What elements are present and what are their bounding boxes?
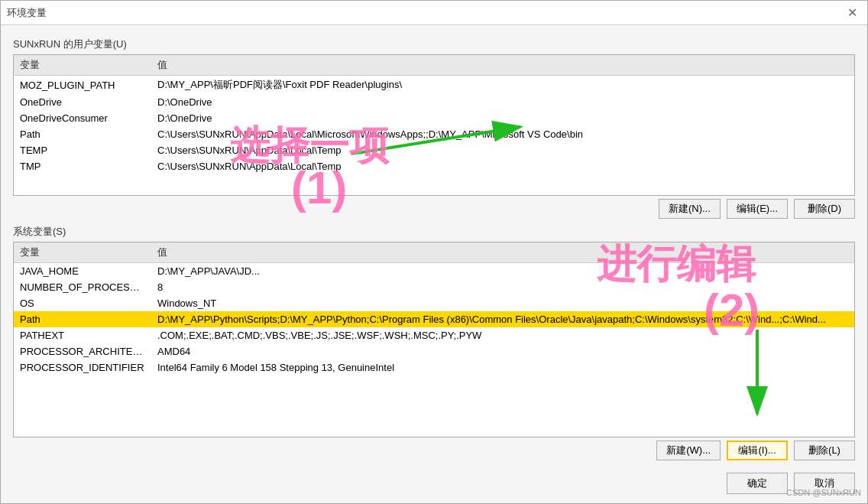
table-row[interactable]: NUMBER_OF_PROCESSORS8 bbox=[14, 279, 854, 295]
var-cell: PATHEXT bbox=[14, 327, 151, 343]
var-cell: MOZ_PLUGIN_PATH bbox=[14, 76, 151, 95]
user-new-button[interactable]: 新建(N)... bbox=[659, 199, 721, 219]
sys-variables-table-container: 变量 值 JAVA_HOMED:\MY_APP\JAVA\JD...NUMBER… bbox=[13, 242, 855, 437]
window-title: 环境变量 bbox=[7, 6, 47, 20]
table-row[interactable]: PROCESSOR_IDENTIFIERIntel64 Family 6 Mod… bbox=[14, 359, 854, 376]
var-cell: TMP bbox=[14, 158, 151, 174]
sys-variables-section: 系统变量(S) 变量 值 JAVA_HOMED:\MY_APP\JAVA\JD.… bbox=[13, 225, 855, 460]
val-cell: .COM;.EXE;.BAT;.CMD;.VBS;.VBE;.JS;.JSE;.… bbox=[151, 327, 854, 343]
table-row[interactable]: PathC:\Users\SUNxRUN\AppData\Local\Micro… bbox=[14, 126, 854, 142]
table-row[interactable]: OSWindows_NT bbox=[14, 295, 854, 311]
user-variables-table: 变量 值 MOZ_PLUGIN_PATHD:\MY_APP\福昕PDF阅读器\F… bbox=[14, 55, 854, 174]
user-buttons-row: 新建(N)... 编辑(E)... 删除(D) bbox=[13, 199, 855, 219]
table-row[interactable]: PROCESSOR_ARCHITECT...AMD64 bbox=[14, 343, 854, 359]
val-cell: D:\MY_APP\Python\Scripts;D:\MY_APP\Pytho… bbox=[151, 311, 854, 327]
val-cell: 8 bbox=[151, 279, 854, 295]
var-cell: OneDrive bbox=[14, 94, 151, 110]
var-cell: Path bbox=[14, 126, 151, 142]
user-variables-section: SUNxRUN 的用户变量(U) 变量 值 MOZ_PLUGIN_PATHD:\… bbox=[13, 37, 855, 219]
table-row[interactable]: MOZ_PLUGIN_PATHD:\MY_APP\福昕PDF阅读器\Foxit … bbox=[14, 76, 854, 95]
val-cell: D:\MY_APP\福昕PDF阅读器\Foxit PDF Reader\plug… bbox=[151, 76, 854, 95]
val-cell: D:\MY_APP\JAVA\JD... bbox=[151, 263, 854, 280]
val-cell: D:\OneDrive bbox=[151, 94, 854, 110]
sys-delete-button[interactable]: 删除(L) bbox=[794, 441, 855, 460]
bottom-buttons-row: 确定 取消 bbox=[1, 467, 867, 503]
table-row[interactable]: TMPC:\Users\SUNxRUN\AppData\Local\Temp bbox=[14, 158, 854, 174]
val-cell: C:\Users\SUNxRUN\AppData\Local\Temp bbox=[151, 158, 854, 174]
var-cell: OneDriveConsumer bbox=[14, 110, 151, 126]
table-row[interactable]: PathD:\MY_APP\Python\Scripts;D:\MY_APP\P… bbox=[14, 311, 854, 327]
table-row[interactable]: OneDriveConsumerD:\OneDrive bbox=[14, 110, 854, 126]
val-cell: D:\OneDrive bbox=[151, 110, 854, 126]
val-cell: C:\Users\SUNxRUN\AppData\Local\Temp bbox=[151, 142, 854, 158]
sys-edit-button[interactable]: 编辑(I)... bbox=[727, 441, 788, 460]
sys-buttons-row: 新建(W)... 编辑(I)... 删除(L) bbox=[13, 441, 855, 460]
user-col-var: 变量 bbox=[14, 55, 151, 76]
var-cell: OS bbox=[14, 295, 151, 311]
sys-variables-table: 变量 值 JAVA_HOMED:\MY_APP\JAVA\JD...NUMBER… bbox=[14, 242, 854, 376]
var-cell: TEMP bbox=[14, 142, 151, 158]
user-edit-button[interactable]: 编辑(E)... bbox=[727, 199, 788, 219]
user-col-val: 值 bbox=[151, 55, 854, 76]
user-delete-button[interactable]: 删除(D) bbox=[794, 199, 855, 219]
confirm-button[interactable]: 确定 bbox=[727, 473, 788, 494]
table-row[interactable]: JAVA_HOMED:\MY_APP\JAVA\JD... bbox=[14, 263, 854, 280]
var-cell: JAVA_HOME bbox=[14, 263, 151, 280]
user-variables-table-container: 变量 值 MOZ_PLUGIN_PATHD:\MY_APP\福昕PDF阅读器\F… bbox=[13, 54, 855, 196]
var-cell: NUMBER_OF_PROCESSORS bbox=[14, 279, 151, 295]
sys-section-label: 系统变量(S) bbox=[13, 225, 855, 239]
val-cell: Windows_NT bbox=[151, 295, 854, 311]
table-row[interactable]: OneDriveD:\OneDrive bbox=[14, 94, 854, 110]
val-cell: Intel64 Family 6 Model 158 Stepping 13, … bbox=[151, 359, 854, 376]
table-row[interactable]: TEMPC:\Users\SUNxRUN\AppData\Local\Temp bbox=[14, 142, 854, 158]
var-cell: PROCESSOR_IDENTIFIER bbox=[14, 359, 151, 376]
var-cell: PROCESSOR_ARCHITECT... bbox=[14, 343, 151, 359]
sys-col-var: 变量 bbox=[14, 242, 151, 263]
val-cell: C:\Users\SUNxRUN\AppData\Local\Microsoft… bbox=[151, 126, 854, 142]
sys-col-val: 值 bbox=[151, 242, 854, 263]
titlebar: 环境变量 ✕ bbox=[1, 1, 867, 25]
val-cell: AMD64 bbox=[151, 343, 854, 359]
close-button[interactable]: ✕ bbox=[843, 4, 861, 22]
user-section-label: SUNxRUN 的用户变量(U) bbox=[13, 37, 855, 51]
main-window: 环境变量 ✕ SUNxRUN 的用户变量(U) 变量 值 MOZ_PLUGIN_… bbox=[0, 0, 868, 504]
watermark: CSDN @SUNxRUN bbox=[786, 488, 861, 497]
sys-new-button[interactable]: 新建(W)... bbox=[656, 441, 721, 460]
table-row[interactable]: PATHEXT.COM;.EXE;.BAT;.CMD;.VBS;.VBE;.JS… bbox=[14, 327, 854, 343]
var-cell: Path bbox=[14, 311, 151, 327]
content-area: SUNxRUN 的用户变量(U) 变量 值 MOZ_PLUGIN_PATHD:\… bbox=[1, 25, 867, 467]
